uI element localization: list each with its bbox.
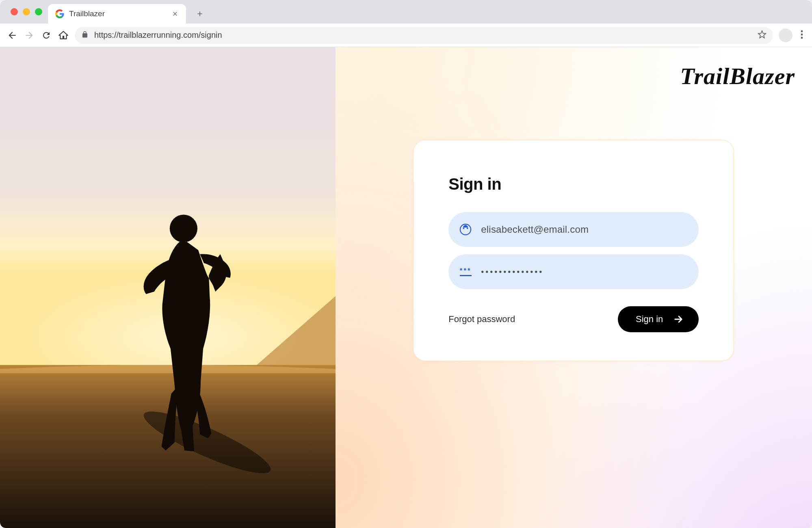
window-close-button[interactable] — [11, 8, 18, 15]
reload-button[interactable] — [41, 30, 52, 41]
svg-point-9 — [463, 227, 465, 229]
window-zoom-button[interactable] — [35, 8, 42, 15]
reload-icon — [41, 30, 51, 40]
page-viewport: TrailBlazer Sign in — [0, 47, 812, 528]
window-minimize-button[interactable] — [23, 8, 30, 15]
back-button[interactable] — [6, 30, 18, 41]
tab-title: Trailblazer — [69, 9, 166, 18]
svg-point-0 — [801, 30, 803, 32]
signin-card: Sign in *** — [413, 140, 734, 361]
tab-favicon-google-icon — [55, 9, 64, 18]
address-bar[interactable]: https://trailblazerrunning.com/signin — [75, 27, 773, 44]
bookmark-button[interactable] — [758, 30, 767, 41]
window-controls — [6, 0, 48, 24]
browser-toolbar: https://trailblazerrunning.com/signin — [0, 24, 812, 47]
user-avatar-icon — [459, 223, 472, 236]
arrow-right-icon — [673, 314, 684, 325]
arrow-right-icon — [24, 30, 35, 41]
browser-menu-button[interactable] — [798, 30, 806, 41]
close-icon — [172, 11, 178, 17]
signin-button[interactable]: Sign in — [618, 306, 699, 332]
profile-avatar[interactable] — [779, 28, 793, 42]
password-input[interactable] — [481, 267, 688, 277]
arrow-left-icon — [7, 30, 17, 41]
email-input[interactable] — [481, 224, 688, 235]
lock-icon — [81, 31, 89, 40]
browser-window: Trailblazer https://trailblazerrunning.c… — [0, 0, 812, 528]
home-icon — [58, 30, 69, 41]
tab-strip: Trailblazer — [0, 0, 812, 24]
vertical-dots-icon — [801, 30, 803, 39]
home-button[interactable] — [58, 30, 69, 41]
svg-point-1 — [801, 33, 803, 35]
signin-button-label: Sign in — [636, 314, 663, 325]
browser-tab[interactable]: Trailblazer — [48, 4, 186, 24]
svg-point-7 — [170, 214, 197, 242]
forward-button[interactable] — [24, 30, 35, 41]
password-field-wrapper[interactable]: *** — [448, 254, 699, 289]
svg-point-2 — [801, 37, 803, 39]
star-icon — [758, 30, 767, 39]
url-text: https://trailblazerrunning.com/signin — [94, 30, 752, 40]
tab-close-button[interactable] — [171, 9, 180, 18]
password-asterisks-icon: *** — [459, 265, 472, 278]
email-field-wrapper[interactable] — [448, 212, 699, 247]
forgot-password-link[interactable]: Forgot password — [448, 314, 515, 325]
signin-actions: Forgot password Sign in — [448, 306, 699, 332]
auth-panel: TrailBlazer Sign in — [336, 47, 812, 528]
hero-image — [0, 47, 336, 528]
plus-icon — [196, 10, 204, 18]
svg-point-10 — [467, 227, 468, 229]
new-tab-button[interactable] — [192, 6, 208, 22]
brand-logo: TrailBlazer — [680, 63, 795, 90]
signin-heading: Sign in — [448, 175, 699, 193]
